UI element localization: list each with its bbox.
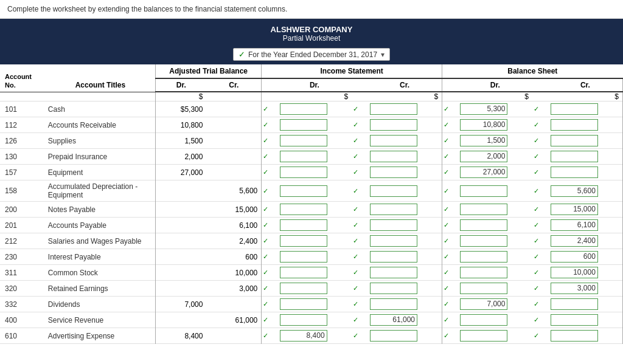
bs-dr-cell[interactable]: 2,000 — [458, 149, 532, 165]
bs-check-dr-cell[interactable]: ✓ — [442, 101, 458, 117]
bs-cr-cell[interactable] — [548, 101, 623, 117]
bs-dr-cell[interactable]: 10,800 — [458, 117, 532, 133]
is-cr-cell[interactable] — [367, 265, 442, 281]
is-check-cr-cell[interactable]: ✓ — [352, 265, 367, 281]
is-cr-cell[interactable] — [367, 297, 442, 312]
is-cr-cell[interactable] — [367, 281, 442, 297]
bs-check-cr-cell[interactable]: ✓ — [532, 328, 548, 344]
bs-cr-cell[interactable]: 6,100 — [548, 218, 623, 233]
is-check-dr-cell[interactable]: ✓ — [262, 249, 277, 265]
bs-check-cr-cell[interactable]: ✓ — [532, 202, 548, 218]
bs-cr-cell[interactable]: 3,000 — [548, 281, 623, 297]
is-dr-cell[interactable] — [277, 265, 352, 281]
is-check-cr-cell[interactable]: ✓ — [352, 180, 367, 202]
bs-cr-cell[interactable]: 2,400 — [548, 233, 623, 249]
bs-cr-cell[interactable] — [548, 165, 623, 180]
bs-cr-cell[interactable]: 5,600 — [548, 180, 623, 202]
is-dr-cell[interactable] — [277, 312, 352, 328]
is-check-dr-cell[interactable]: ✓ — [262, 165, 277, 180]
is-cr-cell[interactable] — [367, 149, 442, 165]
dropdown-arrow-icon[interactable]: ▾ — [381, 50, 385, 59]
is-check-dr-cell[interactable]: ✓ — [262, 218, 277, 233]
is-check-dr-cell[interactable]: ✓ — [262, 180, 277, 202]
bs-check-dr-cell[interactable]: ✓ — [442, 233, 458, 249]
bs-check-dr-cell[interactable]: ✓ — [442, 133, 458, 149]
bs-check-cr-cell[interactable]: ✓ — [532, 233, 548, 249]
bs-dr-cell[interactable] — [458, 218, 532, 233]
bs-cr-cell[interactable] — [548, 297, 623, 312]
bs-cr-cell[interactable] — [548, 149, 623, 165]
bs-cr-cell[interactable] — [548, 117, 623, 133]
is-dr-cell[interactable] — [277, 233, 352, 249]
is-cr-cell[interactable] — [367, 101, 442, 117]
bs-dr-cell[interactable]: 27,000 — [458, 165, 532, 180]
is-check-dr-cell[interactable]: ✓ — [262, 101, 277, 117]
bs-cr-cell[interactable] — [548, 133, 623, 149]
bs-check-cr-cell[interactable]: ✓ — [532, 133, 548, 149]
bs-check-cr-cell[interactable]: ✓ — [532, 249, 548, 265]
is-dr-cell[interactable] — [277, 249, 352, 265]
bs-dr-cell[interactable] — [458, 180, 532, 202]
bs-check-dr-cell[interactable]: ✓ — [442, 281, 458, 297]
is-dr-cell[interactable] — [277, 180, 352, 202]
bs-dr-cell[interactable] — [458, 281, 532, 297]
is-dr-cell[interactable] — [277, 101, 352, 117]
is-check-dr-cell[interactable]: ✓ — [262, 265, 277, 281]
bs-cr-cell[interactable]: 15,000 — [548, 202, 623, 218]
is-cr-cell[interactable] — [367, 218, 442, 233]
bs-check-dr-cell[interactable]: ✓ — [442, 180, 458, 202]
bs-check-cr-cell[interactable]: ✓ — [532, 297, 548, 312]
is-cr-cell[interactable] — [367, 180, 442, 202]
bs-check-dr-cell[interactable]: ✓ — [442, 265, 458, 281]
bs-check-cr-cell[interactable]: ✓ — [532, 180, 548, 202]
bs-check-dr-cell[interactable]: ✓ — [442, 312, 458, 328]
bs-cr-cell[interactable]: 10,000 — [548, 265, 623, 281]
bs-check-dr-cell[interactable]: ✓ — [442, 249, 458, 265]
is-dr-cell[interactable] — [277, 297, 352, 312]
is-cr-cell[interactable] — [367, 233, 442, 249]
is-check-cr-cell[interactable]: ✓ — [352, 312, 367, 328]
is-dr-cell[interactable]: 8,400 — [277, 328, 352, 344]
is-check-cr-cell[interactable]: ✓ — [352, 101, 367, 117]
is-dr-cell[interactable] — [277, 202, 352, 218]
bs-dr-cell[interactable] — [458, 328, 532, 344]
is-cr-cell[interactable] — [367, 202, 442, 218]
is-cr-cell[interactable] — [367, 249, 442, 265]
is-check-cr-cell[interactable]: ✓ — [352, 165, 367, 180]
bs-check-cr-cell[interactable]: ✓ — [532, 117, 548, 133]
bs-check-cr-cell[interactable]: ✓ — [532, 218, 548, 233]
bs-check-cr-cell[interactable]: ✓ — [532, 165, 548, 180]
is-check-cr-cell[interactable]: ✓ — [352, 328, 367, 344]
is-check-dr-cell[interactable]: ✓ — [262, 149, 277, 165]
bs-cr-cell[interactable]: 600 — [548, 249, 623, 265]
is-cr-cell[interactable] — [367, 117, 442, 133]
bs-dr-cell[interactable]: 7,000 — [458, 297, 532, 312]
bs-dr-cell[interactable] — [458, 202, 532, 218]
bs-cr-cell[interactable] — [548, 312, 623, 328]
date-box[interactable]: ✓ For the Year Ended December 31, 2017 ▾ — [233, 48, 390, 61]
bs-dr-cell[interactable]: 5,300 — [458, 101, 532, 117]
is-check-dr-cell[interactable]: ✓ — [262, 133, 277, 149]
bs-cr-cell[interactable] — [548, 328, 623, 344]
is-dr-cell[interactable] — [277, 218, 352, 233]
is-cr-cell[interactable] — [367, 133, 442, 149]
bs-check-dr-cell[interactable]: ✓ — [442, 218, 458, 233]
bs-dr-cell[interactable] — [458, 312, 532, 328]
is-check-dr-cell[interactable]: ✓ — [262, 202, 277, 218]
bs-check-dr-cell[interactable]: ✓ — [442, 149, 458, 165]
is-dr-cell[interactable] — [277, 149, 352, 165]
is-check-cr-cell[interactable]: ✓ — [352, 149, 367, 165]
bs-check-dr-cell[interactable]: ✓ — [442, 202, 458, 218]
is-dr-cell[interactable] — [277, 281, 352, 297]
bs-check-cr-cell[interactable]: ✓ — [532, 149, 548, 165]
bs-check-cr-cell[interactable]: ✓ — [532, 265, 548, 281]
bs-check-cr-cell[interactable]: ✓ — [532, 101, 548, 117]
is-check-dr-cell[interactable]: ✓ — [262, 312, 277, 328]
bs-dr-cell[interactable]: 1,500 — [458, 133, 532, 149]
is-check-cr-cell[interactable]: ✓ — [352, 281, 367, 297]
is-cr-cell[interactable] — [367, 165, 442, 180]
is-check-dr-cell[interactable]: ✓ — [262, 328, 277, 344]
bs-dr-cell[interactable] — [458, 249, 532, 265]
bs-check-dr-cell[interactable]: ✓ — [442, 297, 458, 312]
is-check-cr-cell[interactable]: ✓ — [352, 117, 367, 133]
